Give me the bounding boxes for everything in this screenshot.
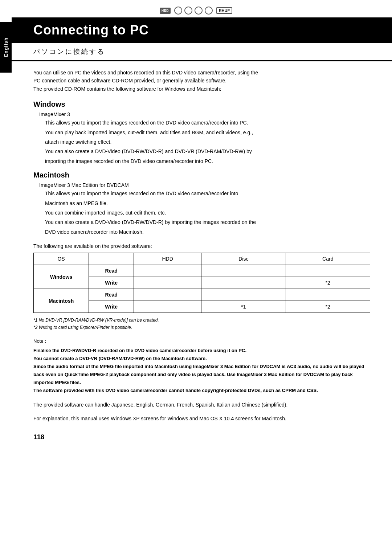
windows-title: Windows (33, 100, 370, 109)
note-label: Note： (33, 337, 370, 345)
note-line-3: Since the audio format of the MPEG file … (33, 363, 370, 387)
software-table: OS HDD Disc Card Windows Read (33, 253, 370, 313)
note-section: Note： Finalise the DVD-RW/DVD-R recorded… (33, 337, 370, 395)
intro-line2: PC connection cable and software CD-ROM … (33, 78, 226, 83)
disc-icon-3 (195, 7, 203, 15)
hdd-icon: HDD (160, 8, 171, 14)
title-bar: Connecting to PC (12, 17, 392, 43)
media-icons (174, 7, 213, 15)
disc-icon-2 (184, 7, 192, 15)
footnote-2: *2 Writing to card using Explorer/Finder… (33, 324, 370, 331)
rw-label-mac-write: Write (89, 301, 134, 313)
mac-write-card: *2 (286, 301, 370, 313)
side-tab-label: English (3, 37, 9, 57)
mac-read-card (286, 289, 370, 301)
windows-body3: attach image switching effect. (45, 138, 370, 146)
windows-body5: importing the images recorded on the DVD… (45, 157, 370, 165)
windows-body4: You can also create a DVD-Video (DVD-RW/… (45, 147, 370, 155)
intro-line1: You can utilise on PC the videos and pho… (33, 70, 258, 76)
windows-subtitle: ImageMixer 3 (39, 111, 370, 117)
mac-write-disc: *1 (201, 301, 286, 313)
disc-icon-4 (205, 7, 213, 15)
win-read-disc (201, 265, 286, 277)
page-title: Connecting to PC (33, 23, 149, 37)
table-header-disc: Disc (201, 253, 286, 265)
table-header-os: OS (34, 253, 89, 265)
mac-read-disc (201, 289, 286, 301)
mac-write-hdd (134, 301, 201, 313)
windows-section: Windows ImageMixer 3 This allows you to … (33, 100, 370, 165)
rhuf-icon: RHUF (216, 7, 233, 14)
intro-line3: The provided CD-ROM contains the followi… (33, 86, 221, 92)
top-icons-bar: HDD RHUF (0, 0, 392, 17)
side-tab: English (0, 22, 12, 73)
page-number: 118 (33, 433, 370, 448)
japanese-subtitle: パソコンに接続する (12, 43, 392, 61)
note-line-4: The software provided with this DVD vide… (33, 387, 370, 395)
win-write-card: *2 (286, 277, 370, 289)
macintosh-body2: Macintosh as an MPEG file. (45, 199, 370, 207)
win-write-disc (201, 277, 286, 289)
macintosh-subtitle: ImageMixer 3 Mac Edition for DVDCAM (39, 182, 370, 188)
macintosh-body3: You can combine imported images, cut-edi… (45, 209, 370, 217)
macintosh-body4: You can also create a DVD-Video (DVD-RW/… (45, 218, 370, 226)
windows-body1: This allows you to import the images rec… (45, 119, 370, 127)
rw-label-win-read: Read (89, 265, 134, 277)
win-write-hdd (134, 277, 201, 289)
footnote-1: *1 No DVD-VR [DVD-RAM/DVD-RW (VR-mode)] … (33, 317, 370, 324)
page-wrapper: English HDD RHUF Connecting to PC パソコンに接… (0, 0, 392, 555)
japanese-text: パソコンに接続する (33, 48, 105, 55)
note-line-2: You cannot create a DVD-VR (DVD-RAM/DVD-… (33, 355, 370, 363)
table-row-mac-read: Macintosh Read (34, 289, 370, 301)
bottom-para-1: The provided software can handle Japanes… (33, 401, 370, 409)
table-header-hdd: HDD (134, 253, 201, 265)
macintosh-body5: DVD video camera/recorder into Macintosh… (45, 228, 370, 236)
macintosh-title: Macintosh (33, 171, 370, 179)
table-intro: The following are available on the provi… (33, 243, 370, 249)
mac-read-hdd (134, 289, 201, 301)
disc-icon-1 (174, 7, 182, 15)
win-read-hdd (134, 265, 201, 277)
rw-label-mac-read: Read (89, 289, 134, 301)
note-line-1: Finalise the DVD-RW/DVD-R recorded on th… (33, 347, 370, 355)
intro-paragraph: You can utilise on PC the videos and pho… (33, 69, 370, 93)
table-row-windows-read: Windows Read (34, 265, 370, 277)
main-content: You can utilise on PC the videos and pho… (12, 61, 392, 456)
win-read-card (286, 265, 370, 277)
macintosh-section: Macintosh ImageMixer 3 Mac Edition for D… (33, 171, 370, 236)
footnotes: *1 No DVD-VR [DVD-RAM/DVD-RW (VR-mode)] … (33, 317, 370, 331)
bottom-para-2: For explanation, this manual uses Window… (33, 415, 370, 423)
table-header-card: Card (286, 253, 370, 265)
windows-body2: You can play back imported images, cut-e… (45, 128, 370, 136)
os-label-macintosh: Macintosh (34, 289, 89, 313)
rw-label-win-write: Write (89, 277, 134, 289)
os-label-windows: Windows (34, 265, 89, 289)
macintosh-body1: This allows you to import the images rec… (45, 189, 370, 197)
table-header-rw (89, 253, 134, 265)
